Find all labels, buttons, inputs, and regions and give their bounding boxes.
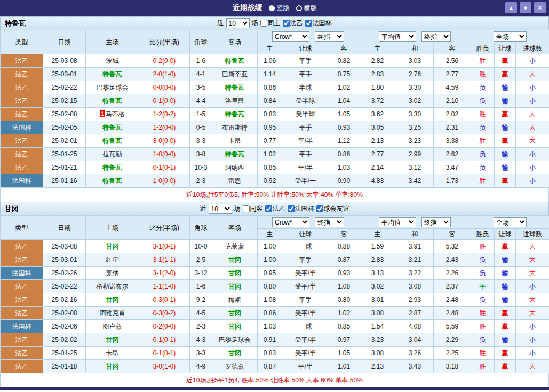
- checkbox-ligue2[interactable]: [283, 20, 290, 27]
- close-button[interactable]: ✕: [534, 2, 546, 13]
- handicap-cell: 受平/半: [282, 347, 329, 360]
- move-up-button[interactable]: ▲: [505, 2, 517, 13]
- filter-checkbox-coupe-de-france[interactable]: 法国杯: [305, 19, 332, 28]
- corner-cell: 10-0: [190, 240, 212, 253]
- avg-stage-select[interactable]: 终指: [421, 31, 451, 42]
- score-cell: 1-2(0-2): [139, 108, 190, 121]
- col-header-date: 日期: [43, 30, 86, 54]
- avg-stage-select[interactable]: 终指: [421, 217, 451, 227]
- handicap-cell: 受平/半: [282, 307, 329, 320]
- away-odds-cell: 0.90: [329, 174, 359, 188]
- handicap-result-cell: 赢: [495, 240, 516, 253]
- avg-away-cell: 2.77: [434, 68, 471, 81]
- home-team-cell: 特鲁瓦: [86, 121, 139, 134]
- odds-source-select[interactable]: Crow*: [272, 31, 309, 42]
- avg-home-cell: 1.59: [359, 240, 396, 253]
- layout-option-vertical[interactable]: 竖版: [269, 4, 290, 13]
- checkbox-label: 法国杯: [295, 204, 314, 213]
- odds-source-select[interactable]: Crow*: [272, 217, 309, 227]
- handicap-result-cell: 输: [495, 161, 516, 174]
- score-cell: 1-0(0-0): [139, 148, 190, 161]
- away-team-cell: 特鲁瓦: [212, 108, 258, 121]
- checkbox-ligue2[interactable]: [265, 205, 272, 212]
- col-header-away: 客场: [212, 216, 258, 240]
- filter-checkbox-same-away[interactable]: 同客: [243, 204, 263, 213]
- result-row: 法国杯25-02-05特鲁瓦1-2(0-0)0-5布雷斯特0.95平手0.933…: [1, 121, 549, 134]
- result-cell: 负: [471, 121, 495, 134]
- section-team-name: 特鲁瓦: [5, 19, 26, 28]
- goals-cell: 大: [516, 293, 549, 307]
- recent-count-select[interactable]: 10: [226, 18, 250, 28]
- handicap-result-cell: 赢: [495, 347, 516, 360]
- home-team-cell: 特鲁瓦: [86, 68, 139, 81]
- corner-cell: 9-2: [190, 293, 212, 307]
- away-team-cell: 特鲁瓦: [212, 54, 258, 68]
- competition-cell: 法国杯: [1, 267, 43, 280]
- checkbox-same-away[interactable]: [243, 205, 250, 212]
- goals-cell: 小: [516, 148, 549, 161]
- result-cell: 负: [471, 267, 495, 280]
- avg-odds-header-group: 平均值 终指: [359, 30, 471, 43]
- handicap-cell: 平/半: [282, 134, 329, 148]
- home-team-cell: 卡昂: [86, 347, 139, 360]
- date-cell: 25-03-01: [43, 253, 86, 267]
- filter-checkbox-coupe-de-france[interactable]: 法国杯: [288, 204, 314, 213]
- date-cell: 25-02-22: [43, 280, 86, 293]
- subcol-handicap: 让球: [282, 43, 329, 54]
- corner-cell: 3-3: [190, 134, 212, 148]
- score-cell: 0-1(0-1): [139, 161, 190, 174]
- date-cell: 25-02-22: [43, 81, 86, 94]
- checkbox-same-home[interactable]: [260, 20, 267, 27]
- home-team-cell: 特鲁瓦: [86, 174, 139, 188]
- col-header-date: 日期: [43, 216, 86, 240]
- home-team-name: 阿雅克肖: [100, 309, 125, 317]
- away-team-name: 甘冈: [228, 309, 241, 317]
- home-odds-cell: 0.84: [258, 94, 282, 108]
- subcol-avg-away: 客: [434, 229, 471, 240]
- checkbox-club-friendly[interactable]: [316, 205, 323, 212]
- filter-bar: 近10场同主法乙法国杯: [218, 18, 332, 28]
- date-cell: 25-03-08: [43, 240, 86, 253]
- filter-checkbox-ligue2[interactable]: 法乙: [265, 204, 285, 213]
- home-team-name: 特鲁瓦: [103, 124, 122, 131]
- scope-select[interactable]: 全场: [494, 217, 527, 227]
- odds-stage-select[interactable]: 终指: [315, 217, 344, 227]
- home-team-name: 特鲁瓦: [103, 164, 122, 171]
- avg-draw-cell: 2.76: [396, 68, 434, 81]
- filter-checkbox-same-home[interactable]: 同主: [260, 19, 281, 28]
- radio-label-vertical: 竖版: [277, 4, 290, 13]
- recent-count-select[interactable]: 10: [209, 204, 232, 214]
- avg-draw-cell: 3.42: [396, 174, 434, 188]
- layout-option-horizontal[interactable]: 横版: [296, 4, 317, 13]
- home-team-cell: 特鲁瓦: [86, 94, 139, 108]
- filter-bar: 近10场同客法乙法国杯球会友谊: [200, 204, 349, 214]
- competition-cell: 法国杯: [1, 320, 43, 333]
- result-row: 法乙25-02-08阿雅克肖0-3(0-2)4-5甘冈0.86受平/半1.023…: [1, 307, 549, 320]
- avg-draw-cell: 3.25: [396, 121, 434, 134]
- avg-home-cell: 3.01: [359, 293, 396, 307]
- result-cell: 胜: [471, 320, 495, 333]
- scope-select[interactable]: 全场: [494, 31, 527, 42]
- corner-cell: 2-5: [190, 253, 212, 267]
- avg-draw-cell: 3.04: [396, 333, 434, 347]
- move-down-button[interactable]: ▼: [520, 2, 531, 13]
- date-cell: 25-02-06: [43, 320, 86, 333]
- checkbox-coupe-de-france[interactable]: [305, 20, 312, 27]
- away-team-cell: 克莱蒙: [212, 240, 258, 253]
- scope-header-group: 全场: [471, 216, 549, 229]
- filter-checkbox-ligue2[interactable]: 法乙: [283, 19, 303, 28]
- result-cell: 胜: [471, 134, 495, 148]
- competition-cell: 法乙: [1, 108, 43, 121]
- checkbox-coupe-de-france[interactable]: [288, 205, 295, 212]
- avg-away-cell: 2.56: [434, 54, 471, 68]
- avg-source-select[interactable]: 平均值: [379, 31, 416, 42]
- away-team-cell: 梅斯: [212, 293, 258, 307]
- away-odds-cell: 0.97: [329, 333, 359, 347]
- subcol-avg-home: 主: [359, 229, 396, 240]
- subcol-goals: 进球数: [516, 43, 549, 54]
- odds-stage-select[interactable]: 终指: [315, 31, 344, 42]
- filter-checkbox-club-friendly[interactable]: 球会友谊: [316, 204, 349, 213]
- checkbox-label: 同主: [268, 19, 281, 28]
- avg-source-select[interactable]: 平均值: [379, 217, 416, 227]
- away-odds-cell: 1.05: [329, 347, 359, 360]
